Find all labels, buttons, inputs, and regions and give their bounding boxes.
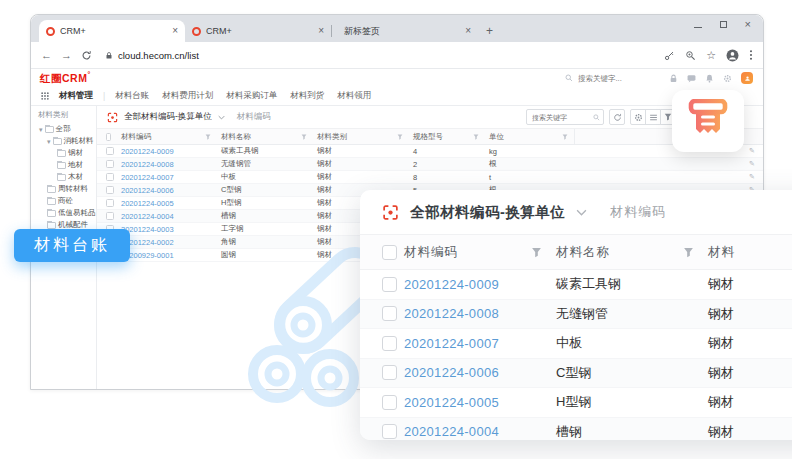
filter-funnel-icon[interactable] <box>531 247 542 258</box>
global-search-input[interactable] <box>576 73 660 84</box>
settings-button[interactable] <box>630 109 646 125</box>
overlay-table-row[interactable]: 20201224-0008 无缝钢管 钢材 <box>360 300 792 330</box>
tree-item[interactable]: 周转材料 <box>38 183 96 195</box>
material-code-link[interactable]: 20201224-0004 <box>117 212 217 221</box>
overlay-table-row[interactable]: 20201224-0005 H型钢 钢材 <box>360 388 792 418</box>
filter-funnel-icon[interactable] <box>562 134 568 140</box>
tree-item[interactable]: ▾消耗材料 <box>38 135 96 147</box>
material-code-link[interactable]: 20201224-0009 <box>117 147 217 156</box>
bookmark-star-icon[interactable]: ☆ <box>706 50 716 61</box>
row-checkbox[interactable] <box>382 336 397 351</box>
filter-funnel-icon[interactable] <box>397 134 403 140</box>
bell-icon[interactable] <box>705 74 714 83</box>
edit-pencil-icon[interactable]: ✎ <box>741 173 763 181</box>
material-code-link[interactable]: 20201224-0003 <box>117 225 217 234</box>
row-checkbox[interactable] <box>106 212 114 220</box>
user-avatar[interactable] <box>741 72 753 84</box>
caret-icon[interactable]: ▾ <box>47 138 51 145</box>
lock-icon[interactable] <box>669 74 678 83</box>
filter-funnel-icon[interactable] <box>301 134 307 140</box>
close-tab-icon[interactable]: × <box>172 26 178 36</box>
material-code-link[interactable]: 20201224-0005 <box>404 395 556 410</box>
select-all-checkbox[interactable] <box>382 245 397 260</box>
close-window-icon[interactable]: × <box>745 20 751 29</box>
material-code-link[interactable]: 20200929-0001 <box>117 251 217 260</box>
list-search-input[interactable] <box>530 113 593 122</box>
list-view-button[interactable] <box>645 109 661 125</box>
maximize-icon[interactable] <box>720 21 727 28</box>
zoom-icon[interactable] <box>685 50 696 61</box>
view-title[interactable]: 全部材料编码-换算单位 <box>124 111 212 123</box>
tree-item[interactable]: 钢材 <box>38 147 96 159</box>
back-icon[interactable]: ← <box>41 50 52 61</box>
material-code-link[interactable]: 20201224-0006 <box>404 365 556 380</box>
row-checkbox[interactable] <box>106 160 114 168</box>
global-search[interactable] <box>565 73 660 84</box>
material-code-link[interactable]: 20201224-0008 <box>117 160 217 169</box>
material-code-link[interactable]: 20201224-0005 <box>117 199 217 208</box>
select-all-checkbox[interactable] <box>106 133 111 141</box>
row-checkbox[interactable] <box>106 173 114 181</box>
overlay-table-row[interactable]: 20201224-0004 槽钢 钢材 <box>360 418 792 441</box>
menu-item[interactable]: 材料到货 <box>290 90 324 102</box>
refresh-button[interactable] <box>609 109 625 125</box>
table-row[interactable]: 20201224-0007 中板 钢材 8 t ✎ <box>97 171 763 184</box>
row-checkbox[interactable] <box>382 365 397 380</box>
message-icon[interactable] <box>687 74 696 83</box>
menu-item[interactable]: 材料领用 <box>337 90 371 102</box>
overlay-view-title[interactable]: 全部材料编码-换算单位 <box>410 203 565 222</box>
menu-item[interactable]: 材料台账 <box>115 90 149 102</box>
menu-item[interactable]: 材料费用计划 <box>162 90 213 102</box>
material-code-link[interactable]: 20201224-0002 <box>117 238 217 247</box>
caret-icon[interactable]: ▾ <box>39 126 43 133</box>
forward-icon[interactable]: → <box>61 50 72 61</box>
tree-item[interactable]: 商砼 <box>38 195 96 207</box>
material-code-link[interactable]: 20201224-0007 <box>404 336 556 351</box>
tree-item[interactable]: 低值易耗品 <box>38 207 96 219</box>
material-code-link[interactable]: 20201224-0008 <box>404 306 556 321</box>
new-tab-button[interactable]: + <box>486 24 493 38</box>
row-checkbox[interactable] <box>382 306 397 321</box>
row-checkbox[interactable] <box>106 199 114 207</box>
table-row[interactable]: 20201224-0008 无缝钢管 钢材 2 根 ✎ <box>97 158 763 171</box>
list-search[interactable] <box>526 109 604 125</box>
overlay-table-row[interactable]: 20201224-0006 C型钢 钢材 <box>360 359 792 389</box>
filter-funnel-icon[interactable] <box>683 247 694 258</box>
row-checkbox[interactable] <box>382 424 397 439</box>
row-checkbox[interactable] <box>382 395 397 410</box>
row-checkbox[interactable] <box>382 277 397 292</box>
chevron-down-icon[interactable] <box>218 115 225 120</box>
material-code-link[interactable]: 20201224-0006 <box>117 186 217 195</box>
browser-tab-crm-2[interactable]: CRM+ × <box>185 20 331 42</box>
menu-item[interactable]: 材料采购订单 <box>226 90 277 102</box>
edit-pencil-icon[interactable]: ✎ <box>741 147 763 155</box>
row-checkbox[interactable] <box>106 186 114 194</box>
browser-tab-crm-1[interactable]: CRM+ × <box>39 20 185 42</box>
material-code-link[interactable]: 20201224-0007 <box>117 173 217 182</box>
row-checkbox[interactable] <box>106 147 114 155</box>
key-icon[interactable] <box>664 50 675 61</box>
close-tab-icon[interactable]: × <box>318 26 324 36</box>
tree-item[interactable]: 木材 <box>38 171 96 183</box>
overlay-table-row[interactable]: 20201224-0007 中板 钢材 <box>360 329 792 359</box>
filter-funnel-icon[interactable] <box>473 134 479 140</box>
apps-grid-icon[interactable] <box>41 92 49 100</box>
chevron-down-icon[interactable] <box>576 209 587 216</box>
tree-item[interactable]: ▾全部 <box>38 123 96 135</box>
filter-funnel-icon[interactable] <box>205 134 211 140</box>
gear-icon[interactable] <box>723 74 732 83</box>
material-code-link[interactable]: 20201224-0004 <box>404 424 556 439</box>
module-title[interactable]: 材料管理 <box>59 90 93 102</box>
edit-pencil-icon[interactable]: ✎ <box>741 160 763 168</box>
table-row[interactable]: 20201224-0009 碳素工具钢 钢材 4 kg ✎ <box>97 145 763 158</box>
url-field[interactable]: cloud.hecom.cn/list <box>105 50 655 61</box>
menu-dots-icon[interactable] <box>749 49 753 61</box>
tree-item[interactable]: 地材 <box>38 159 96 171</box>
close-tab-icon[interactable]: × <box>465 26 471 36</box>
browser-tab-newtab[interactable]: 新标签页 × <box>332 20 478 42</box>
reload-icon[interactable] <box>81 50 92 61</box>
profile-avatar-icon[interactable] <box>726 49 739 62</box>
overlay-table-row[interactable]: 20201224-0009 碳素工具钢 钢材 <box>360 270 792 300</box>
material-code-link[interactable]: 20201224-0009 <box>404 277 556 292</box>
minimize-icon[interactable] <box>694 27 702 28</box>
